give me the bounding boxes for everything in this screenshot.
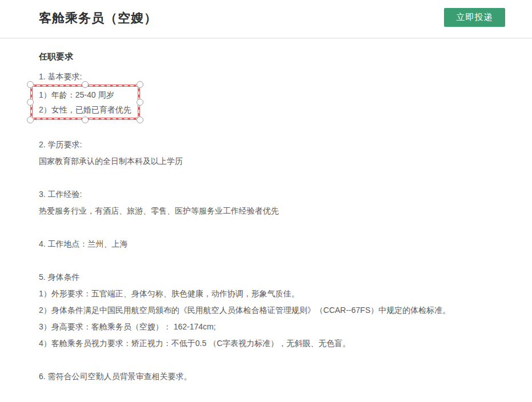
selection-handle-s[interactable] — [82, 116, 89, 123]
requirement-group-title: 1. 基本要求: — [39, 71, 498, 82]
selection-handle-w[interactable] — [27, 99, 34, 106]
requirement-line: 2）女性，已婚已育者优先 — [39, 102, 131, 117]
selection-handle-e[interactable] — [137, 99, 143, 106]
job-detail-page: 客舱乘务员（空嫂） 立即投递 任职要求 1. 基本要求: 1）年龄：25-40 … — [0, 0, 532, 402]
requirement-group-title: 2. 学历要求: — [39, 139, 498, 150]
requirement-group-title: 5. 身体条件 — [39, 271, 498, 283]
job-requirements-section: 任职要求 1. 基本要求: 1）年龄：25-40 周岁 2）女性，已婚已育者优先… — [0, 51, 532, 382]
selection-handle-se[interactable] — [137, 116, 143, 123]
requirement-line: 1）年龄：25-40 周岁 — [39, 87, 131, 102]
job-header: 客舱乘务员（空嫂） 立即投递 — [0, 0, 532, 39]
requirement-line: 国家教育部承认的全日制本科及以上学历 — [39, 155, 498, 167]
requirement-line: 1）外形要求：五官端正、身体匀称、肤色健康，动作协调，形象气质佳。 — [39, 288, 498, 299]
annotation-selection-box[interactable]: 1）年龄：25-40 周岁 2）女性，已婚已育者优先 — [30, 85, 140, 120]
apply-button[interactable]: 立即投递 — [444, 8, 505, 27]
selection-handle-nw[interactable] — [27, 81, 34, 88]
selection-handle-sw[interactable] — [27, 116, 34, 123]
requirement-group-title: 3. 工作经验: — [39, 188, 498, 200]
requirement-line: 2）身体条件满足中国民用航空局颁布的《民用航空人员体检合格证管理规则》（CCAR… — [39, 304, 498, 316]
selection-handle-n[interactable] — [82, 81, 89, 88]
requirement-line: 3）身高要求：客舱乘务员（空嫂）： 162-174cm; — [39, 321, 498, 332]
selection-handle-ne[interactable] — [137, 81, 143, 88]
page-title: 客舱乘务员（空嫂） — [39, 10, 157, 27]
requirement-group-title: 4. 工作地点：兰州、上海 — [39, 238, 498, 250]
requirement-group-title: 6. 需符合公司空勤人员背景审查相关要求。 — [39, 371, 498, 382]
section-heading: 任职要求 — [39, 51, 498, 62]
requirement-line: 热爱服务行业，有酒店、旅游、零售、医护等服务业工作经验者优先 — [39, 205, 498, 216]
requirement-line: 4）客舱乘务员视力要求：矫正视力：不低于0.5 （C字表视力标准），无斜眼、无色… — [39, 337, 498, 349]
